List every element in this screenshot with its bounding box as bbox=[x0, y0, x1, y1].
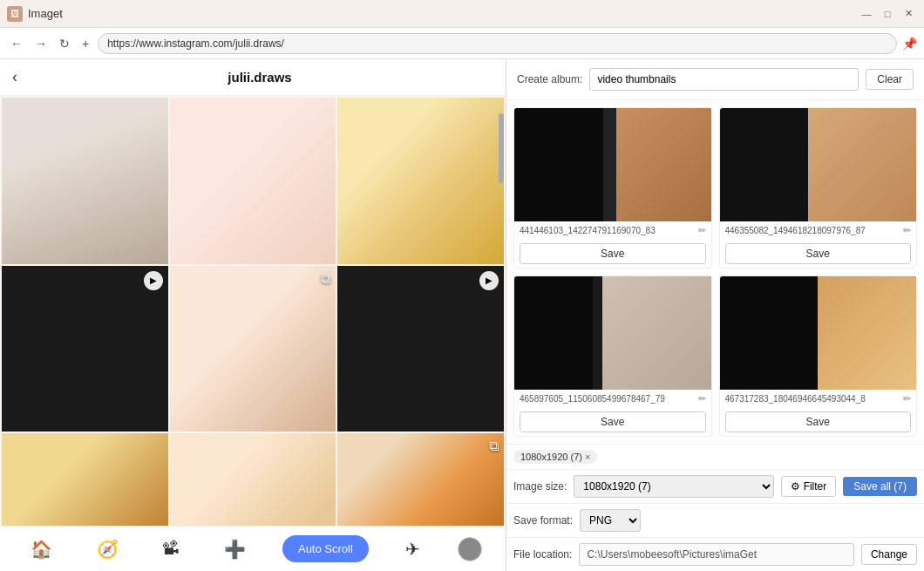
pin-button[interactable]: 📌 bbox=[902, 37, 917, 51]
feed-scroll-area[interactable]: ▶ ⧉ ▶ ⧉ bbox=[0, 96, 506, 568]
grid-item[interactable]: ▶ bbox=[337, 266, 504, 432]
file-location-input[interactable] bbox=[579, 543, 854, 566]
image-card: 446355082_1494618218097976_87 ✏ Save bbox=[719, 107, 918, 269]
image-thumbnail bbox=[514, 108, 711, 221]
dimension-badge: 1080x1920 bbox=[654, 282, 706, 293]
save-button[interactable]: Save bbox=[725, 411, 912, 432]
feed-grid: ▶ ⧉ ▶ ⧉ bbox=[0, 96, 506, 568]
play-icon: ▶ bbox=[144, 271, 163, 290]
feed-header: ‹ julii.draws bbox=[0, 59, 506, 96]
reels-button[interactable]: 📽 bbox=[155, 535, 187, 562]
explore-button[interactable]: 🧭 bbox=[90, 535, 126, 563]
new-post-button[interactable]: ➕ bbox=[217, 535, 253, 563]
image-card: 441446103_142274791169070_83 ✏ Save bbox=[513, 107, 712, 269]
grid-item[interactable]: ▶ bbox=[2, 266, 168, 432]
tag-close-button[interactable]: × bbox=[585, 452, 590, 462]
image-meta: 441446103_142274791169070_83 ✏ bbox=[514, 221, 711, 240]
save-button[interactable]: Save bbox=[520, 411, 706, 432]
multi-icon: ⧉ bbox=[321, 271, 330, 287]
image-meta: 446355082_1494618218097976_87 ✏ bbox=[720, 221, 917, 240]
multi-icon: ⧉ bbox=[489, 438, 499, 454]
grid-item[interactable] bbox=[2, 98, 168, 264]
filter-icon: ⚙ bbox=[791, 480, 800, 493]
create-album-label: Create album: bbox=[517, 73, 582, 85]
edit-icon[interactable]: ✏ bbox=[698, 225, 706, 236]
send-button[interactable]: ✈ bbox=[398, 535, 427, 563]
right-header: Create album: Clear bbox=[506, 59, 924, 100]
image-filename: 446355082_1494618218097976_87 bbox=[725, 226, 900, 235]
close-button[interactable]: ✕ bbox=[900, 5, 917, 23]
bottom-toolbar: 🏠 🧭 📽 ➕ Auto Scroll ✈ bbox=[0, 526, 506, 571]
image-thumbnail: 1080x1920 bbox=[514, 276, 711, 390]
change-location-button[interactable]: Change bbox=[861, 544, 917, 565]
save-button[interactable]: Save bbox=[520, 243, 706, 264]
back-nav-button[interactable]: ← bbox=[7, 35, 26, 52]
minimize-button[interactable]: — bbox=[858, 5, 875, 23]
save-all-button[interactable]: Save all (7) bbox=[843, 477, 917, 496]
image-size-select[interactable]: 1080x1920 (7) All sizes bbox=[574, 475, 773, 498]
save-row: Save bbox=[720, 408, 917, 436]
play-icon: ▶ bbox=[479, 271, 499, 290]
filter-button[interactable]: ⚙ Filter bbox=[781, 476, 837, 497]
image-filename: 465897605_11506085499678467_79 bbox=[520, 394, 695, 404]
image-meta: 465897605_11506085499678467_79 ✏ bbox=[514, 390, 711, 408]
save-row: Save bbox=[720, 240, 917, 268]
image-filename: 467317283_18046946645493044_8 bbox=[725, 394, 900, 404]
maximize-button[interactable]: □ bbox=[879, 5, 896, 23]
titlebar-left: 🖼 Imaget bbox=[7, 6, 63, 22]
grid-item[interactable]: ⧉ bbox=[170, 266, 336, 432]
filter-label: Filter bbox=[804, 480, 827, 493]
image-size-label: Image size: bbox=[513, 480, 567, 493]
file-location-label: File location: bbox=[513, 548, 572, 561]
feed-panel: ‹ julii.draws ▶ ⧉ ▶ bbox=[0, 59, 506, 571]
grid-item[interactable] bbox=[170, 98, 336, 264]
save-button[interactable]: Save bbox=[725, 243, 912, 264]
image-thumbnail bbox=[720, 108, 917, 221]
auto-scroll-button[interactable]: Auto Scroll bbox=[282, 535, 369, 562]
titlebar-controls: — □ ✕ bbox=[858, 5, 917, 23]
file-location-row: File location: Change bbox=[506, 537, 924, 571]
image-thumbnail: 1080x1920 bbox=[720, 276, 917, 390]
album-name-input[interactable] bbox=[589, 68, 859, 91]
main-layout: ‹ julii.draws ▶ ⧉ ▶ bbox=[0, 59, 924, 571]
image-size-row: Image size: 1080x1920 (7) All sizes ⚙ Fi… bbox=[506, 469, 924, 503]
save-row: Save bbox=[514, 240, 711, 268]
save-format-row: Save format: PNG JPG WEBP bbox=[506, 503, 924, 537]
scrollbar[interactable] bbox=[499, 96, 504, 568]
right-panel: Create album: Clear 441446103_1422747911… bbox=[506, 59, 924, 571]
size-tag: 1080x1920 (7) × bbox=[513, 450, 597, 464]
image-card: 1080x1920 465897605_11506085499678467_79… bbox=[513, 275, 712, 437]
edit-icon[interactable]: ✏ bbox=[903, 393, 911, 404]
tags-row: 1080x1920 (7) × bbox=[506, 444, 924, 469]
format-select[interactable]: PNG JPG WEBP bbox=[580, 509, 641, 532]
right-content: 441446103_142274791169070_83 ✏ Save 4463… bbox=[506, 100, 924, 444]
refresh-button[interactable]: ↻ bbox=[56, 35, 73, 52]
new-tab-button[interactable]: + bbox=[78, 35, 92, 52]
feed-back-button[interactable]: ‹ bbox=[12, 68, 17, 86]
url-input[interactable] bbox=[98, 33, 897, 54]
save-row: Save bbox=[514, 408, 711, 436]
avatar[interactable] bbox=[458, 537, 482, 561]
image-meta: 467317283_18046946645493044_8 ✏ bbox=[720, 390, 917, 408]
forward-nav-button[interactable]: → bbox=[31, 35, 51, 52]
feed-username: julii.draws bbox=[26, 70, 493, 85]
tag-label: 1080x1920 (7) bbox=[520, 452, 582, 462]
grid-item[interactable] bbox=[337, 98, 504, 264]
dimension-badge: 1080x1920 bbox=[859, 282, 912, 293]
image-grid: 441446103_142274791169070_83 ✏ Save 4463… bbox=[513, 107, 917, 437]
edit-icon[interactable]: ✏ bbox=[698, 393, 706, 404]
image-card: 1080x1920 467317283_18046946645493044_8 … bbox=[719, 275, 918, 437]
save-format-label: Save format: bbox=[513, 514, 573, 527]
scrollbar-thumb bbox=[499, 113, 504, 183]
app-icon: 🖼 bbox=[7, 6, 23, 22]
home-button[interactable]: 🏠 bbox=[24, 535, 59, 563]
edit-icon[interactable]: ✏ bbox=[903, 225, 911, 236]
clear-button[interactable]: Clear bbox=[866, 69, 914, 90]
titlebar: 🖼 Imaget — □ ✕ bbox=[0, 0, 924, 28]
browser-bar: ← → ↻ + 📌 bbox=[0, 28, 924, 59]
image-filename: 441446103_142274791169070_83 bbox=[520, 226, 695, 235]
app-title: Imaget bbox=[28, 7, 63, 20]
